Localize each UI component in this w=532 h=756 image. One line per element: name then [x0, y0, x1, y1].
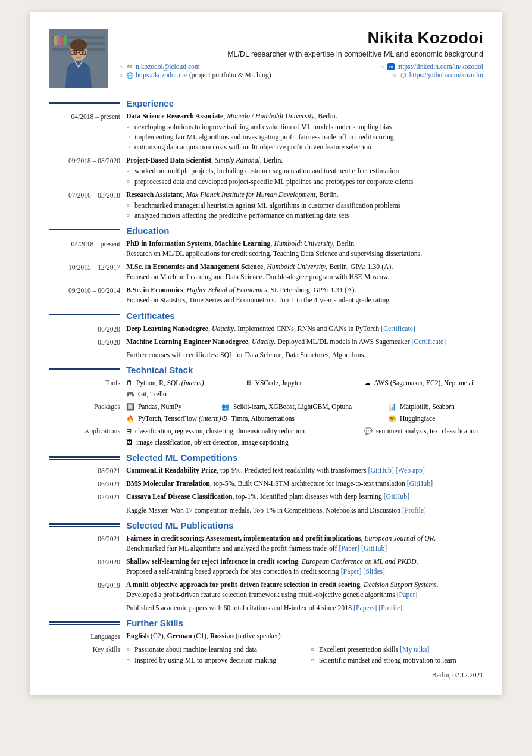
- exp-date-3: 07/2016 – 03/2018: [49, 190, 126, 200]
- svg-rect-2: [52, 36, 105, 39]
- comp-github-3[interactable]: [GitHub]: [384, 492, 409, 501]
- email-link[interactable]: n.kozodoi@icloud.com: [136, 63, 200, 70]
- pub-paper-3[interactable]: [Paper]: [397, 591, 418, 599]
- edu-desc-3: Focused on Statistics, Time Series and E…: [126, 296, 391, 304]
- cert-content-1: Deep Learning Nanodegree, Udacity. Imple…: [126, 324, 483, 334]
- comp-entry-3: 02/2021 Cassava Leaf Disease Classificat…: [49, 492, 483, 502]
- stack-tools-label: Tools: [49, 378, 126, 388]
- stack-apps-label: Applications: [49, 426, 126, 436]
- skill-left-2: Inspired by using ML to improve decision…: [126, 655, 299, 666]
- pub-profile-link[interactable]: [Profile]: [378, 604, 402, 612]
- stack-tools-content: 🗒 Python, R, SQL (interm) 🖥 VSCode, Jupy…: [126, 378, 483, 400]
- bullet-linkedin: ○: [380, 64, 384, 70]
- comp-content-1: CommonLit Readability Prize, top-9%. Pre…: [126, 466, 483, 476]
- exp-org-3: Max Planck Institute for Human Developme…: [186, 190, 315, 199]
- pub-content-3: A multi-objective approach for profit-dr…: [126, 580, 483, 600]
- tools-git-icon: 🎮: [126, 391, 134, 398]
- pub-slides-2[interactable]: [Slides]: [363, 567, 385, 576]
- section-ml-publications: Selected ML Publications 06/2021 Fairnes…: [49, 520, 483, 614]
- app-img-icon: 🖼: [126, 439, 133, 446]
- certificates-header: Certificates: [49, 311, 483, 321]
- pub-paper-1[interactable]: [Paper]: [339, 544, 359, 552]
- comp-date-2: 06/2021: [49, 479, 126, 489]
- ml-competitions-bar: [49, 456, 126, 460]
- pub-title-2: Shallow self-learning for reject inferen…: [126, 557, 298, 566]
- talks-link[interactable]: [My talks]: [400, 645, 429, 654]
- exp-entry-3: 07/2016 – 03/2018 Research Assistant, Ma…: [49, 190, 483, 221]
- comp-entry-1: 08/2021 CommonLit Readability Prize, top…: [49, 466, 483, 476]
- stack-tools-col4: 🎮 Git, Trello: [126, 389, 483, 399]
- education-title: Education: [126, 226, 483, 236]
- exp-bullets-2: worked on multiple projects, including c…: [126, 166, 483, 186]
- bullet-email: ○: [119, 64, 123, 70]
- stack-pkg-col2: 👥 Scikit-learn, XGBoost, LightGBM, Optun…: [221, 402, 388, 412]
- ml-publications-title: Selected ML Publications: [126, 520, 483, 530]
- cert-link-1[interactable]: [Certificate]: [381, 324, 415, 333]
- cert-link-2[interactable]: [Certificate]: [412, 338, 446, 346]
- cert-org-2: Udacity: [252, 338, 274, 346]
- section-certificates: Certificates 06/2020 Deep Learning Nanod…: [49, 311, 483, 360]
- skills-keyskills-row: Key skills Passionate about machine lear…: [49, 644, 483, 665]
- bullet-website: ○: [119, 72, 123, 79]
- pub-github-pub-1[interactable]: [GitHub]: [361, 544, 387, 552]
- github-link[interactable]: https://github.com/kozodoi: [409, 71, 483, 79]
- pkg-hf-icon: 🤗: [388, 415, 396, 422]
- skills-keyskills-content: Passionate about machine learning and da…: [126, 644, 483, 665]
- website-link[interactable]: https://kozodoi.me: [136, 71, 187, 79]
- comp-github-1[interactable]: [GitHub]: [368, 466, 394, 474]
- ml-publications-bar: [49, 523, 126, 527]
- stack-app-col3: 🖼 image classification, object detection…: [126, 438, 483, 448]
- ml-competitions-header: Selected ML Competitions: [49, 452, 483, 463]
- section-ml-competitions: Selected ML Competitions 08/2021 CommonL…: [49, 452, 483, 515]
- edu-content-3: B.Sc. in Economics, Higher School of Eco…: [126, 285, 483, 305]
- stack-apps-line1: ⊞ classification, regression, clustering…: [126, 426, 483, 436]
- comp-date-extra: [49, 505, 126, 506]
- comp-github-2[interactable]: [GitHub]: [407, 479, 433, 488]
- svg-rect-6: [57, 35, 60, 45]
- technical-stack-bar: [49, 368, 126, 371]
- stack-packages-line2: 🔥 PyTorch, TensorFlow (interm) ⏱ Timm, A…: [126, 414, 483, 424]
- exp-bullet-2-2: preprocessed data and developed project-…: [126, 177, 483, 187]
- stack-tools-col2: 🖥 VSCode, Jupyter: [245, 378, 364, 388]
- further-skills-bar2: [49, 624, 120, 625]
- edu-content-1: PhD in Information Systems, Machine Lear…: [126, 239, 483, 259]
- svg-point-14: [73, 51, 76, 54]
- edu-desc-2: Focused on Machine Learning and Data Sci…: [126, 273, 389, 281]
- pkg-timm-icon: ⏱: [221, 415, 228, 422]
- experience-title: Experience: [126, 98, 483, 108]
- education-header: Education: [49, 226, 483, 236]
- pub-paper-2[interactable]: [Paper]: [341, 567, 362, 576]
- skills-left-list: Passionate about machine learning and da…: [126, 645, 299, 665]
- svg-rect-8: [64, 36, 67, 45]
- resume-page: Nikita Kozodoi ML/DL researcher with exp…: [30, 12, 502, 695]
- exp-date-1: 04/2018 – present: [49, 111, 126, 121]
- linkedin-link[interactable]: https://linkedin.com/in/kozodoi: [397, 63, 483, 70]
- comp-profile-link[interactable]: [Profile]: [402, 506, 426, 514]
- experience-header: Experience: [49, 98, 483, 108]
- education-bar1: [49, 229, 120, 230]
- edu-entry-3: 09/2010 – 06/2014 B.Sc. in Economics, Hi…: [49, 285, 483, 305]
- skills-keyskills-cols: Passionate about machine learning and da…: [126, 644, 483, 665]
- pub-papers-link[interactable]: [Papers]: [353, 604, 377, 612]
- comp-webapp-1[interactable]: [Web app]: [396, 466, 425, 474]
- education-bar2: [49, 232, 120, 232]
- pub-date-2: 04/2020: [49, 557, 126, 567]
- header-divider: [49, 93, 483, 93]
- edu-date-3: 09/2010 – 06/2014: [49, 285, 126, 295]
- skills-right-list: Excellent presentation skills [My talks]…: [311, 645, 483, 665]
- tools-vscode-icon: 🖥: [245, 379, 252, 386]
- exp-role-2: Project-Based Data Scientist: [126, 156, 211, 164]
- certificates-bar2: [49, 317, 120, 317]
- cert-name-1: Deep Learning Nanodegree: [126, 324, 208, 333]
- stack-packages-line1: 🔲 Pandas, NumPy 👥 Scikit-learn, XGBoost,…: [126, 402, 483, 412]
- exp-bullet-3-2: analyzed factors affecting the predictiv…: [126, 211, 483, 221]
- edu-degree-1: PhD in Information Systems, Machine Lear…: [126, 239, 271, 248]
- cert-name-2: Machine Learning Engineer Nanodegree: [126, 338, 248, 346]
- comp-extra: Kaggle Master. Won 17 competition medals…: [126, 505, 483, 516]
- ml-publications-header: Selected ML Publications: [49, 520, 483, 530]
- pub-title-3: A multi-objective approach for profit-dr…: [126, 580, 360, 589]
- stack-packages-row: Packages 🔲 Pandas, NumPy 👥 Scikit-learn,…: [49, 402, 483, 424]
- stack-pkg-col4: 🔥 PyTorch, TensorFlow (interm): [126, 414, 221, 424]
- edu-org-3: Higher School of Economics: [187, 286, 267, 294]
- cert-entry-2: 05/2020 Machine Learning Engineer Nanode…: [49, 337, 483, 347]
